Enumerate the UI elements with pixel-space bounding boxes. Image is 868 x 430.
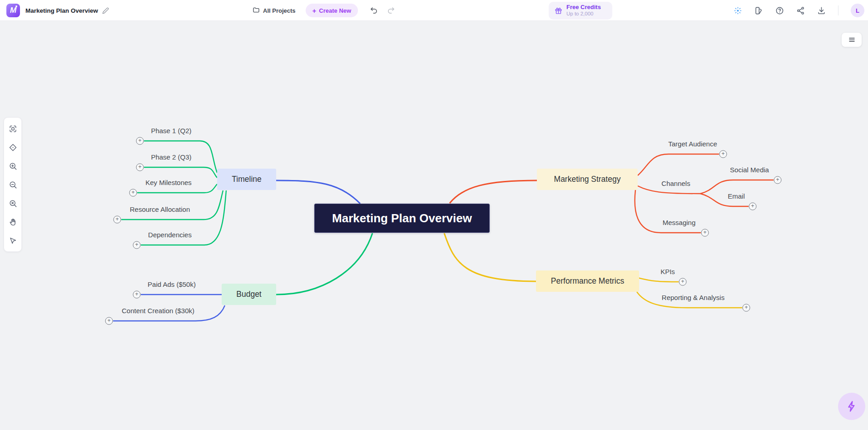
edge-root-marketing bbox=[450, 180, 537, 203]
add-node-button-content-creation[interactable]: + bbox=[105, 317, 113, 325]
node-reporting-analysis[interactable]: Reporting & Analysis bbox=[662, 294, 724, 301]
add-node-button-email[interactable]: + bbox=[749, 203, 757, 210]
edge-phase2 bbox=[144, 167, 217, 178]
node-kpis[interactable]: KPIs bbox=[660, 268, 675, 275]
node-messaging[interactable]: Messaging bbox=[663, 219, 696, 226]
zoom-out-icon[interactable] bbox=[5, 177, 20, 192]
folder-icon bbox=[253, 6, 260, 15]
node-phase2[interactable]: Phase 2 (Q3) bbox=[151, 153, 191, 161]
add-node-button-paid-ads[interactable]: + bbox=[133, 291, 141, 299]
all-projects-link[interactable]: All Projects bbox=[253, 6, 296, 15]
edge-kpis bbox=[638, 278, 679, 282]
edge-root-budget bbox=[276, 233, 372, 295]
undo-button[interactable] bbox=[370, 6, 378, 15]
add-node-button-kpis[interactable]: + bbox=[679, 278, 687, 286]
app-logo[interactable]: M bbox=[6, 4, 20, 17]
node-resource-allocation[interactable]: Resource Allocation bbox=[130, 205, 190, 213]
root-node[interactable]: Marketing Plan Overview bbox=[314, 204, 490, 233]
node-target-audience[interactable]: Target Audience bbox=[668, 140, 717, 148]
select-cursor-icon[interactable] bbox=[5, 233, 20, 248]
add-node-button-dependencies[interactable]: + bbox=[133, 241, 141, 249]
header-actions: L bbox=[734, 0, 864, 21]
fit-view-icon[interactable] bbox=[5, 121, 20, 136]
brand-area: M Marketing Plan Overview bbox=[6, 0, 109, 21]
edge-social-media bbox=[700, 180, 774, 194]
node-phase1[interactable]: Phase 1 (Q2) bbox=[151, 127, 191, 135]
plus-icon: + bbox=[312, 7, 317, 15]
edge-resource-allocation bbox=[121, 190, 223, 220]
header-center-nav: All Projects + Create New bbox=[253, 0, 395, 21]
quick-actions-button[interactable] bbox=[838, 393, 865, 420]
theme-swatch-icon[interactable] bbox=[754, 6, 763, 15]
edit-title-icon[interactable] bbox=[102, 7, 109, 14]
add-node-button-target-audience[interactable]: + bbox=[719, 150, 727, 158]
node-paid-ads[interactable]: Paid Ads ($50k) bbox=[148, 280, 196, 288]
lightning-icon bbox=[845, 400, 858, 413]
create-new-button[interactable]: + Create New bbox=[306, 4, 358, 17]
node-timeline[interactable]: Timeline bbox=[217, 169, 276, 190]
document-title: Marketing Plan Overview bbox=[25, 7, 98, 14]
add-node-button-reporting[interactable]: + bbox=[743, 304, 750, 312]
credits-title: Free Credits bbox=[566, 4, 601, 11]
edge-root-performance bbox=[444, 233, 536, 281]
app-header: M Marketing Plan Overview All Projects +… bbox=[0, 0, 868, 21]
node-dependencies[interactable]: Dependencies bbox=[148, 231, 192, 239]
node-email[interactable]: Email bbox=[728, 192, 745, 200]
canvas-menu-button[interactable] bbox=[842, 33, 862, 47]
download-icon[interactable] bbox=[817, 6, 826, 15]
edge-root-timeline bbox=[276, 180, 360, 204]
add-node-button-social-media[interactable]: + bbox=[774, 176, 782, 184]
node-key-milestones[interactable]: Key Milestones bbox=[145, 179, 192, 186]
add-node-button-phase1[interactable]: + bbox=[136, 137, 144, 145]
node-performance-metrics[interactable]: Performance Metrics bbox=[536, 270, 639, 292]
node-channels[interactable]: Channels bbox=[661, 180, 690, 187]
zoom-in-icon[interactable] bbox=[5, 159, 20, 173]
add-node-button-messaging[interactable]: + bbox=[701, 229, 709, 237]
node-content-creation[interactable]: Content Creation ($30k) bbox=[122, 307, 194, 315]
locate-center-icon[interactable] bbox=[5, 140, 20, 155]
gift-icon bbox=[555, 7, 562, 15]
pan-hand-icon[interactable] bbox=[5, 215, 20, 229]
help-icon[interactable] bbox=[775, 6, 784, 15]
redo-button[interactable] bbox=[387, 6, 395, 15]
node-social-media[interactable]: Social Media bbox=[730, 166, 769, 174]
add-node-button-phase2[interactable]: + bbox=[136, 164, 144, 171]
add-node-button-resource-allocation[interactable]: + bbox=[114, 216, 121, 224]
credits-subtitle: Up to 2,000 bbox=[566, 11, 601, 17]
ai-beautify-icon[interactable] bbox=[734, 6, 742, 15]
canvas-toolbar bbox=[4, 117, 22, 252]
share-icon[interactable] bbox=[796, 6, 805, 15]
node-marketing-strategy[interactable]: Marketing Strategy bbox=[537, 169, 638, 190]
mindmap-canvas[interactable]: Marketing Plan Overview Timeline Budget … bbox=[0, 21, 868, 430]
zoom-reset-icon[interactable] bbox=[5, 196, 20, 210]
node-budget[interactable]: Budget bbox=[222, 284, 276, 305]
header-divider bbox=[838, 5, 838, 15]
user-avatar[interactable]: L bbox=[851, 4, 864, 17]
add-node-button-key-milestones[interactable]: + bbox=[129, 189, 137, 197]
edge-target-audience bbox=[638, 154, 719, 175]
free-credits-badge[interactable]: Free Credits Up to 2,000 bbox=[549, 2, 612, 20]
